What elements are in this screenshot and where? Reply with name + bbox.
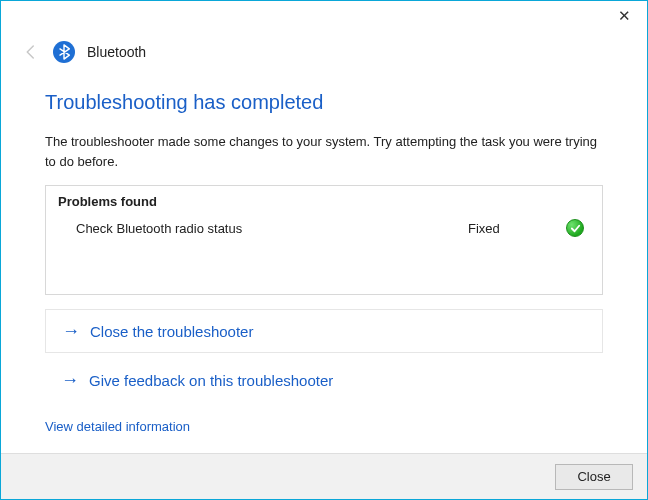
problem-name: Check Bluetooth radio status <box>76 221 468 236</box>
close-troubleshooter-link[interactable]: → Close the troubleshooter <box>45 309 603 353</box>
give-feedback-link[interactable]: → Give feedback on this troubleshooter <box>45 359 603 401</box>
checkmark-icon <box>566 219 584 237</box>
close-button[interactable]: Close <box>555 464 633 490</box>
problem-status: Fixed <box>468 221 558 236</box>
give-feedback-label: Give feedback on this troubleshooter <box>89 372 333 389</box>
arrow-right-icon: → <box>61 371 79 389</box>
wizard-title: Bluetooth <box>87 44 146 60</box>
header-row: Bluetooth <box>1 35 647 63</box>
step-title: Troubleshooting has completed <box>45 91 603 114</box>
content-area: Troubleshooting has completed The troubl… <box>1 63 647 434</box>
step-description: The troubleshooter made some changes to … <box>45 132 603 171</box>
window-close-button[interactable]: ✕ <box>601 1 647 31</box>
problem-status-icon-cell <box>558 219 584 237</box>
bluetooth-icon <box>53 41 75 63</box>
view-detailed-information-link[interactable]: View detailed information <box>45 419 190 434</box>
close-icon: ✕ <box>618 7 631 25</box>
back-arrow-icon <box>21 42 41 62</box>
arrow-right-icon: → <box>62 322 80 340</box>
problem-row: Check Bluetooth radio status Fixed <box>58 217 590 239</box>
footer: Close <box>1 453 647 499</box>
problems-found-box: Problems found Check Bluetooth radio sta… <box>45 185 603 295</box>
problems-found-header: Problems found <box>58 194 590 209</box>
titlebar: ✕ <box>1 1 647 35</box>
close-troubleshooter-label: Close the troubleshooter <box>90 323 253 340</box>
